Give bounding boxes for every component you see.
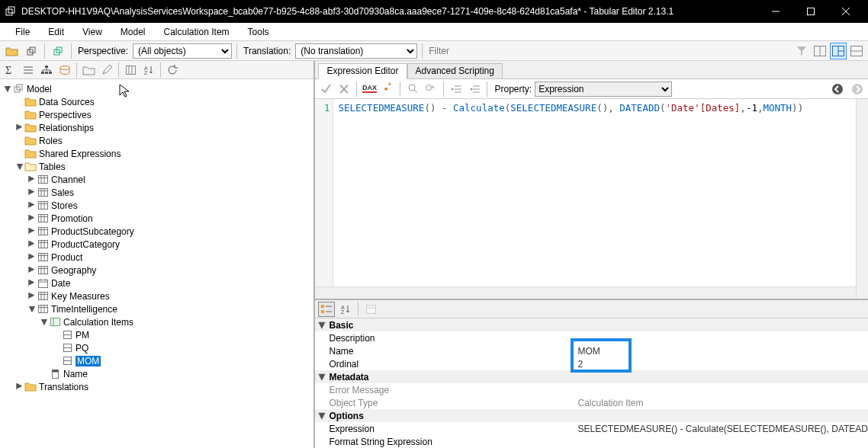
refresh-icon[interactable] [164, 62, 181, 78]
folder-display-icon[interactable] [80, 62, 97, 78]
nav-forward-icon[interactable] [850, 82, 865, 97]
svg-rect-73 [38, 293, 47, 300]
layout-2-icon[interactable] [830, 43, 847, 59]
edit-icon[interactable] [98, 62, 115, 78]
indent-icon[interactable] [448, 82, 464, 97]
tree-table-productsubcategory[interactable]: ⯈ProductSubcategory [2, 225, 312, 238]
prop-cat-basic[interactable]: ⯆Basic [315, 318, 868, 331]
prop-format-string-expression[interactable]: Format String Expression [315, 435, 868, 448]
expression-editor[interactable]: 1 SELECTEDMEASURE() - Calculate(SELECTED… [315, 99, 868, 300]
tree-toolbar: Σ AZ [0, 61, 313, 79]
maximize-button[interactable] [793, 0, 828, 23]
accept-icon[interactable] [318, 82, 333, 97]
tree-name-column[interactable]: Name [2, 367, 312, 380]
tab-expression-editor[interactable]: Expression Editor [318, 63, 407, 79]
code-line[interactable]: SELECTEDMEASURE() - Calculate(SELECTEDME… [333, 99, 808, 299]
tree-calculation-items[interactable]: ⯆Calculation Items [2, 315, 312, 328]
menu-view[interactable]: View [75, 24, 110, 40]
property-pages-icon[interactable] [362, 302, 379, 317]
tab-advanced-scripting[interactable]: Advanced Scripting [407, 63, 503, 79]
partition-icon[interactable] [56, 62, 73, 78]
tree-table-geography[interactable]: ⯈Geography [2, 264, 312, 277]
alphabetical-icon[interactable]: AZ [337, 302, 354, 317]
tree-table-key-measures[interactable]: ⯈Key Measures [2, 290, 312, 302]
tree-tables[interactable]: ⯆Tables [2, 160, 312, 173]
svg-text:Σ: Σ [5, 65, 11, 76]
tree-table-productcategory[interactable]: ⯈ProductCategory [2, 238, 312, 251]
list-icon[interactable] [20, 62, 37, 78]
app-icon [5, 5, 17, 18]
table-icon [37, 226, 49, 237]
open-folder-icon[interactable] [3, 43, 20, 59]
filter-funnel-icon[interactable] [793, 43, 810, 59]
editor-tabs: Expression Editor Advanced Scripting [315, 61, 868, 79]
prop-object-type[interactable]: Object TypeCalculation Item [315, 396, 868, 409]
layout-3-icon[interactable] [848, 43, 865, 59]
table-icon [37, 213, 49, 224]
menu-tools[interactable]: Tools [240, 24, 277, 40]
property-dropdown[interactable]: Expression [535, 82, 672, 97]
sort-icon[interactable]: AZ [140, 62, 157, 78]
horizontal-scrollbar[interactable] [315, 286, 856, 299]
tree-model[interactable]: ⯆Model [2, 82, 312, 95]
deploy-icon[interactable] [50, 43, 66, 59]
tree-table-timeintelligence[interactable]: ⯆TimeIntelligence [2, 302, 312, 315]
layout-1-icon[interactable] [812, 43, 828, 59]
menu-model[interactable]: Model [113, 24, 153, 40]
connect-cube-icon[interactable] [23, 43, 40, 59]
tree-translations[interactable]: ⯈Translations [2, 380, 312, 393]
tree-relationships[interactable]: ⯈Relationships [2, 121, 312, 134]
model-tree[interactable]: ⯆Model Data Sources Perspectives ⯈Relati… [0, 79, 313, 448]
outdent-icon[interactable] [467, 82, 482, 97]
property-grid[interactable]: ⯆Basic Description NameMOM Ordinal2 ⯆Met… [315, 318, 868, 448]
tree-shared-expressions[interactable]: Shared Expressions [2, 147, 312, 160]
tree-table-product[interactable]: ⯈Product [2, 251, 312, 264]
close-button[interactable] [828, 0, 863, 23]
svg-point-95 [426, 85, 432, 91]
prop-cat-options[interactable]: ⯆Options [315, 409, 868, 422]
prop-name[interactable]: NameMOM [315, 344, 868, 357]
editor-toolbar: DAX ▪+ Property: Expression [315, 79, 868, 99]
svg-point-102 [832, 84, 843, 94]
perspective-dropdown[interactable]: (All objects) [133, 43, 232, 59]
find-icon[interactable] [405, 82, 420, 97]
hierarchy-icon[interactable] [38, 62, 55, 78]
columns-icon[interactable] [122, 62, 139, 78]
minimize-button[interactable] [758, 0, 793, 23]
svg-rect-90 [52, 370, 58, 372]
tree-table-stores[interactable]: ⯈Stores [2, 199, 312, 212]
tree-roles[interactable]: Roles [2, 134, 312, 147]
prop-error-message[interactable]: Error Message [315, 383, 868, 396]
calc-group-icon [49, 317, 61, 328]
tree-table-sales[interactable]: ⯈Sales [2, 186, 312, 199]
translation-dropdown[interactable]: (No translation) [295, 43, 417, 59]
format-dax-icon[interactable]: DAX [362, 82, 377, 97]
tree-calc-item-pm[interactable]: PM [2, 328, 312, 341]
prop-description[interactable]: Description [315, 331, 868, 344]
menu-edit[interactable]: Edit [40, 24, 72, 40]
tree-table-channel[interactable]: ⯈Channel [2, 173, 312, 186]
sigma-icon[interactable]: Σ [2, 62, 18, 78]
prop-cat-metadata[interactable]: ⯆Metadata [315, 370, 868, 383]
prop-expression[interactable]: ExpressionSELECTEDMEASURE() - Calculate(… [315, 422, 868, 435]
tree-table-date[interactable]: ⯈Date [2, 277, 312, 290]
tree-table-promotion[interactable]: ⯈Promotion [2, 212, 312, 225]
svg-rect-110 [366, 305, 375, 313]
tree-data-sources[interactable]: Data Sources [2, 95, 312, 108]
nav-back-icon[interactable] [830, 82, 845, 97]
menu-file[interactable]: File [8, 24, 37, 40]
replace-icon[interactable] [423, 82, 439, 97]
calc-item-icon [61, 356, 73, 366]
comment-icon[interactable]: ▪+ [380, 82, 395, 97]
svg-rect-77 [38, 306, 47, 313]
tree-calc-item-mom[interactable]: MOM [2, 354, 312, 367]
filter-input[interactable] [427, 43, 790, 59]
vertical-scrollbar[interactable] [856, 99, 868, 299]
tree-perspectives[interactable]: Perspectives [2, 108, 312, 121]
prop-ordinal[interactable]: Ordinal2 [315, 357, 868, 370]
menu-calculation-item[interactable]: Calculation Item [156, 24, 237, 40]
svg-rect-61 [38, 254, 47, 261]
categorized-icon[interactable] [318, 302, 335, 317]
cancel-icon[interactable] [336, 82, 352, 97]
tree-calc-item-pq[interactable]: PQ [2, 341, 312, 354]
